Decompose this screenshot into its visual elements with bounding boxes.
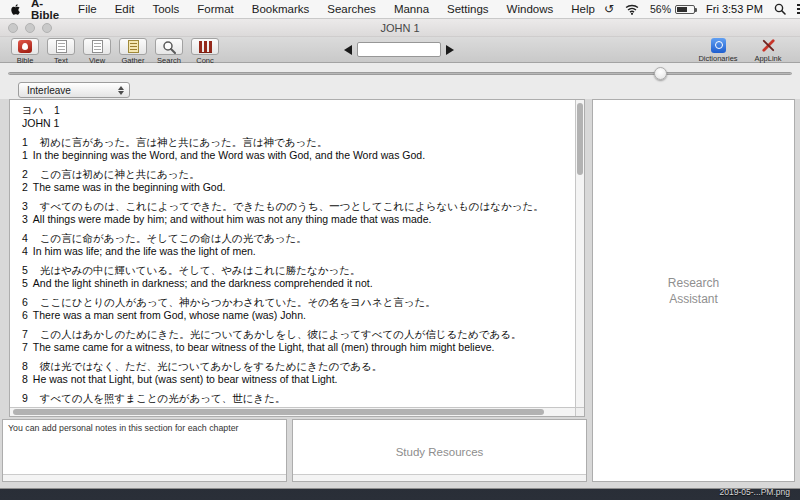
- study-resources-label: Study Resources: [293, 446, 586, 458]
- research-assistant-pane: Research Assistant: [592, 99, 795, 482]
- verse-text-jp: 彼は光ではなく、ただ、光についてあかしをするためにきたのである。: [40, 360, 382, 372]
- applink-button[interactable]: AppLink: [746, 38, 790, 63]
- verse-number: 8: [22, 360, 28, 373]
- text-button[interactable]: Text: [44, 38, 78, 65]
- previous-chapter-button[interactable]: [344, 45, 352, 55]
- apple-menu[interactable]: [8, 3, 29, 16]
- verse-text-en: He was not that Light, but (was sent) to…: [33, 373, 338, 385]
- text-document-icon: [56, 40, 67, 53]
- verse-number: 2: [22, 181, 28, 194]
- verse-9: 9すべての人を照すまことの光があって、世にきた。: [22, 392, 571, 405]
- gather-document-icon: [128, 40, 139, 53]
- verse-text-en: And the light shineth in darkness; and t…: [33, 277, 373, 289]
- view-button[interactable]: View: [80, 38, 114, 65]
- verse-number: 7: [22, 341, 28, 354]
- verse-text-en: All things were made by him; and without…: [33, 213, 432, 225]
- research-assistant-label: Research Assistant: [654, 275, 734, 307]
- vertical-scrollbar-thumb[interactable]: [577, 103, 583, 175]
- battery-percent: 56%: [650, 3, 671, 15]
- concordance-icon: [199, 41, 212, 53]
- conc-button[interactable]: Conc: [188, 38, 222, 65]
- battery-icon: [675, 5, 695, 14]
- gather-button[interactable]: Gather: [116, 38, 150, 65]
- menu-item-help[interactable]: Help: [562, 3, 604, 15]
- vertical-scrollbar[interactable]: [575, 100, 584, 407]
- verse-3: 3すべてのものは、これによってできた。できたもののうち、一つとしてこれによらない…: [22, 200, 571, 225]
- verse-text-jp: この言に命があった。そしてこの命は人の光であった。: [40, 232, 307, 244]
- apple-logo: [10, 3, 21, 16]
- verse-number: 4: [22, 245, 28, 258]
- view-mode-selected: Interleave: [27, 85, 71, 96]
- applink-button-label: AppLink: [754, 54, 781, 63]
- view-document-icon: [92, 40, 103, 53]
- battery-status[interactable]: 56%: [650, 3, 695, 15]
- dictionaries-button-label: Dictionaries: [698, 54, 737, 63]
- verse-text-jp: ここにひとりの人があって、神からつかわされていた。その名をヨハネと言った。: [40, 296, 436, 308]
- menubar-status-area: ↺ 56% Fri 3:53 PM: [604, 3, 800, 15]
- menu-item-searches[interactable]: Searches: [318, 3, 385, 15]
- study-resources-pane: Study Resources: [292, 419, 587, 482]
- verse-text-jp: すべてのものは、これによってできた。できたもののうち、一つとしてこれによらないも…: [40, 200, 544, 212]
- chapter-heading: ヨハ 1 JOHN 1: [22, 104, 571, 129]
- verse-number: 4: [22, 232, 28, 245]
- split-slider-knob[interactable]: [654, 67, 667, 80]
- bible-button[interactable]: Bible: [8, 38, 42, 65]
- split-slider-track[interactable]: [8, 72, 792, 75]
- study-horizontal-scrollbar[interactable]: [293, 474, 586, 481]
- time-machine-icon[interactable]: ↺: [604, 3, 614, 15]
- scrollbar-corner: [575, 407, 584, 416]
- view-mode-dropdown[interactable]: Interleave: [18, 82, 130, 98]
- menu-item-windows[interactable]: Windows: [498, 3, 563, 15]
- horizontal-scrollbar-thumb[interactable]: [13, 409, 544, 415]
- verse-text-jp: 光はやみの中に輝いている。そして、やみはこれに勝たなかった。: [40, 264, 361, 276]
- window-toolbar: Bible Text View Gather Search: [0, 37, 800, 63]
- verse-number: 5: [22, 264, 28, 277]
- menu-item-manna[interactable]: Manna: [385, 3, 438, 15]
- verse-text-jp: この人はあかしのためにきた。光についてあかしをし、彼によってすべての人が信じるた…: [40, 328, 522, 340]
- verse-text-en: The same was in the beginning with God.: [33, 181, 226, 193]
- dropdown-arrows-icon: [118, 86, 124, 95]
- dictionaries-button[interactable]: Dictionaries: [696, 38, 740, 63]
- verse-7: 7この人はあかしのためにきた。光についてあかしをし、彼によってすべての人が信じる…: [22, 328, 571, 353]
- verse-text-jp: 初めに言があった。言は神と共にあった。言は神であった。: [40, 136, 328, 148]
- verse-5: 5光はやみの中に輝いている。そして、やみはこれに勝たなかった。 5And the…: [22, 264, 571, 289]
- menu-item-bookmarks[interactable]: Bookmarks: [243, 3, 319, 15]
- menu-item-edit[interactable]: Edit: [106, 3, 144, 15]
- verse-text-en: There was a man sent from God, whose nam…: [33, 309, 306, 321]
- verse-reference-input[interactable]: [357, 42, 441, 57]
- applink-icon: [761, 38, 776, 53]
- search-button[interactable]: Search: [152, 38, 186, 65]
- verse-1: 1初めに言があった。言は神と共にあった。言は神であった。 1In the beg…: [22, 136, 571, 161]
- bible-icon: [18, 40, 32, 53]
- verse-number: 8: [22, 373, 28, 386]
- chapter-heading-en: JOHN 1: [22, 117, 571, 130]
- menu-item-file[interactable]: File: [69, 3, 106, 15]
- verse-number: 1: [22, 136, 28, 149]
- verse-number: 7: [22, 328, 28, 341]
- next-chapter-button[interactable]: [446, 45, 454, 55]
- verse-number: 6: [22, 309, 28, 322]
- verse-navigation: [344, 42, 454, 57]
- menu-item-tools[interactable]: Tools: [143, 3, 188, 15]
- bible-text-content: ヨハ 1 JOHN 1 1初めに言があった。言は神と共にあった。言は神であった。…: [10, 100, 575, 407]
- verse-number: 3: [22, 213, 28, 226]
- spotlight-icon[interactable]: [774, 3, 786, 15]
- menu-item-format[interactable]: Format: [188, 3, 242, 15]
- verse-number: 9: [22, 392, 28, 405]
- window-titlebar: JOHN 1: [0, 19, 800, 37]
- personal-notes-pane[interactable]: You can add personal notes in this secti…: [2, 419, 287, 482]
- verse-number: 5: [22, 277, 28, 290]
- chapter-heading-jp: ヨハ 1: [22, 104, 571, 117]
- window-title: JOHN 1: [0, 22, 800, 34]
- menu-bar: A-Bible File Edit Tools Format Bookmarks…: [0, 0, 800, 19]
- horizontal-scrollbar[interactable]: [10, 407, 575, 416]
- verse-6: 6ここにひとりの人があって、神からつかわされていた。その名をヨハネと言った。 6…: [22, 296, 571, 321]
- menu-item-settings[interactable]: Settings: [438, 3, 498, 15]
- menubar-clock[interactable]: Fri 3:53 PM: [706, 3, 763, 15]
- wifi-icon[interactable]: [625, 4, 639, 15]
- verse-text-jp: すべての人を照すまことの光があって、世にきた。: [40, 392, 286, 404]
- notes-horizontal-scrollbar[interactable]: [3, 474, 286, 481]
- verse-number: 3: [22, 200, 28, 213]
- app-menu-title[interactable]: A-Bible: [29, 0, 69, 21]
- search-icon: [162, 40, 176, 54]
